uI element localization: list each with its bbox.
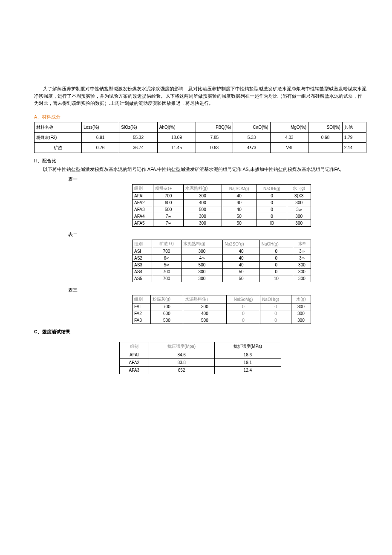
table-row: AFA2600400400300	[133, 199, 311, 206]
cell: 300	[287, 199, 311, 206]
section-a-title: A、材料成分	[34, 114, 366, 120]
cell: 300	[293, 262, 311, 269]
cell: 粉煤灰(F2)	[35, 133, 82, 143]
cell: 18,6	[214, 351, 281, 359]
section-c-title: C、耋度浦试结果	[34, 329, 366, 335]
col-header: 水泥熟料住）	[183, 295, 226, 304]
cell: 500	[183, 317, 226, 324]
cell: 50	[223, 275, 259, 282]
col-header: Loss(%)	[81, 122, 119, 133]
cell: 11.45	[157, 143, 196, 153]
cell: 84.6	[149, 351, 214, 359]
col-header: 其他	[342, 122, 366, 133]
cell: 300	[293, 275, 311, 282]
cell: 3(X3	[287, 193, 311, 199]
cell: 300	[184, 193, 222, 199]
cell: IO	[257, 220, 287, 227]
table-row: AFA365212.4	[120, 367, 281, 374]
col-header: 材料名称	[35, 122, 82, 133]
col-header: 组别	[133, 185, 153, 193]
cell: 300	[181, 275, 223, 282]
cell: 83.8	[149, 359, 214, 367]
mix-table-1: 组别 粉煤灰(● 水泥熟料(g) NajSOMg) NaOH(g) 水（g) A…	[132, 184, 311, 227]
cell: 36.74	[119, 143, 157, 153]
cell: 300	[287, 220, 311, 227]
strength-result-table: 组别 抗压强度(Mpa) 抗折强度(MPa) AFAI84.618,6 AFA2…	[119, 342, 281, 374]
cell: 50	[223, 269, 259, 275]
cell: 300	[181, 269, 223, 275]
col-header: 粉煤灰(●	[153, 185, 184, 193]
col-header: 抗压强度(Mpa)	[149, 342, 214, 351]
cell: 500	[181, 262, 223, 269]
cell: 0	[259, 248, 293, 255]
cell: 700	[152, 275, 181, 282]
col-header: MgO(%)	[270, 122, 308, 133]
cell: 7.85	[196, 133, 233, 143]
cell: 10	[259, 275, 293, 282]
table-row: ASI7003004003∞	[133, 248, 311, 255]
col-header: SiOz(%)	[119, 122, 157, 133]
cell: 300	[183, 304, 226, 310]
cell: 2.14	[342, 143, 366, 153]
col-header: NaOH(g)	[259, 240, 293, 248]
col-header: AhOj(%)	[157, 122, 196, 133]
cell: 6.91	[81, 133, 119, 143]
cell: 12.4	[214, 367, 281, 374]
cell	[308, 143, 343, 153]
cell: 300	[291, 304, 311, 310]
col-header: 水(g)	[291, 295, 311, 304]
cell: 300	[293, 269, 311, 275]
cell: 600	[153, 199, 184, 206]
cell: 300	[184, 220, 222, 227]
cell: 矿渣	[35, 143, 82, 153]
cell: 40	[223, 248, 259, 255]
table-row: 材料名称 Loss(%) SiOz(%) AhOj(%) FBQ(%) CaO(…	[35, 122, 366, 133]
cell: 300	[184, 213, 222, 220]
cell: 300	[181, 248, 223, 255]
cell: 700	[152, 269, 181, 275]
cell: ASI	[133, 248, 152, 255]
cell: 40	[222, 206, 257, 213]
cell: 0	[259, 262, 293, 269]
cell: 400	[184, 199, 222, 206]
table-row: FA350050000300	[133, 317, 311, 324]
cell: AS2	[133, 255, 152, 262]
cell: 0	[257, 213, 287, 220]
table-row: FA260040000300	[133, 310, 311, 317]
cell: 4λ73	[233, 143, 270, 153]
table-row: AS57003005010300	[133, 275, 311, 282]
table-row: 矿渣 0.76 36.74 11.45 0.63 4λ73 V4I 2.14	[35, 143, 366, 153]
cell: 3∞	[293, 248, 311, 255]
col-header: SOi(%)	[308, 122, 343, 133]
cell: 0	[259, 269, 293, 275]
cell: 18.09	[157, 133, 196, 143]
cell: FA3	[133, 317, 151, 324]
cell: 0	[257, 206, 287, 213]
cell: FAI	[133, 304, 151, 310]
config-note: 以下将中性钠盐型碱激发粉煤灰基水泥的组号记作 AFA.中性钠盐型碱激发矿渣基水泥…	[34, 166, 366, 173]
col-header: 矿渣 G)	[152, 240, 181, 248]
cell: 40	[222, 193, 257, 199]
cell: 55.32	[119, 133, 157, 143]
cell: 5.33	[233, 133, 270, 143]
cell: 50	[222, 220, 257, 227]
col-header: FBQ(%)	[196, 122, 233, 133]
cell: 0.76	[81, 143, 119, 153]
cell: AFA3	[120, 367, 149, 374]
col-header: 粉煤灰(g)	[150, 295, 183, 304]
cell: 6∞	[152, 255, 181, 262]
table-row: 粉煤灰(F2) 6.91 55.32 18.09 7.85 5.33 4.03 …	[35, 133, 366, 143]
cell: AS5	[133, 275, 152, 282]
cell: 700	[153, 193, 184, 199]
col-header: 水（g)	[287, 185, 311, 193]
cell: 50	[222, 213, 257, 220]
cell: 0	[260, 310, 291, 317]
cell: AS4	[133, 269, 152, 275]
cell: 0.68	[308, 133, 343, 143]
cell: 700	[150, 304, 183, 310]
cell: 0	[226, 310, 260, 317]
cell: 0	[257, 199, 287, 206]
cell: 0	[257, 193, 287, 199]
table-row: AFA47∞300500300	[133, 213, 311, 220]
cell: V4I	[270, 143, 308, 153]
